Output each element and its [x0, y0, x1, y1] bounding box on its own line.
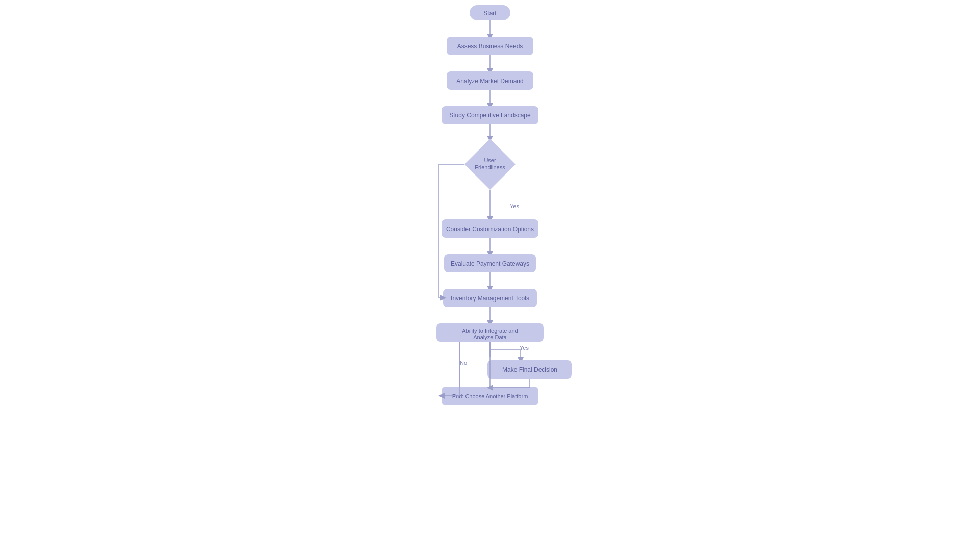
svg-rect-6 [447, 71, 533, 90]
svg-rect-42 [442, 387, 538, 405]
svg-text:Make Final Decision: Make Final Decision [502, 366, 557, 373]
svg-rect-27 [436, 323, 544, 342]
svg-text:Ability to Integrate and: Ability to Integrate and [462, 328, 518, 334]
svg-text:Start: Start [483, 10, 497, 17]
svg-text:Yes: Yes [520, 345, 529, 351]
svg-text:Analyze Market Demand: Analyze Market Demand [456, 78, 523, 85]
svg-rect-3 [447, 37, 533, 55]
svg-text:Evaluate Payment Gateways: Evaluate Payment Gateways [451, 260, 529, 267]
svg-text:Analyze Data: Analyze Data [473, 334, 507, 340]
svg-rect-9 [442, 106, 538, 124]
svg-rect-0 [470, 5, 510, 20]
svg-text:Inventory Management Tools: Inventory Management Tools [451, 295, 529, 302]
svg-text:Assess Business Needs: Assess Business Needs [457, 43, 523, 50]
svg-text:Yes: Yes [510, 203, 519, 209]
svg-text:User: User [484, 157, 496, 163]
svg-rect-24 [443, 289, 537, 307]
svg-text:Consider Customization Options: Consider Customization Options [446, 226, 534, 233]
svg-text:No: No [460, 360, 467, 366]
svg-rect-20 [444, 254, 536, 272]
svg-rect-17 [442, 219, 538, 238]
svg-rect-34 [487, 360, 572, 379]
flowchart-container: Start Assess Business Needs Analyze Mark… [388, 0, 592, 551]
svg-marker-12 [464, 139, 516, 190]
svg-text:Study Competitive Landscape: Study Competitive Landscape [449, 112, 531, 119]
svg-text:No: No [445, 289, 452, 295]
svg-text:End: Choose Another Platform: End: Choose Another Platform [452, 393, 528, 399]
svg-text:Friendliness: Friendliness [475, 164, 505, 170]
